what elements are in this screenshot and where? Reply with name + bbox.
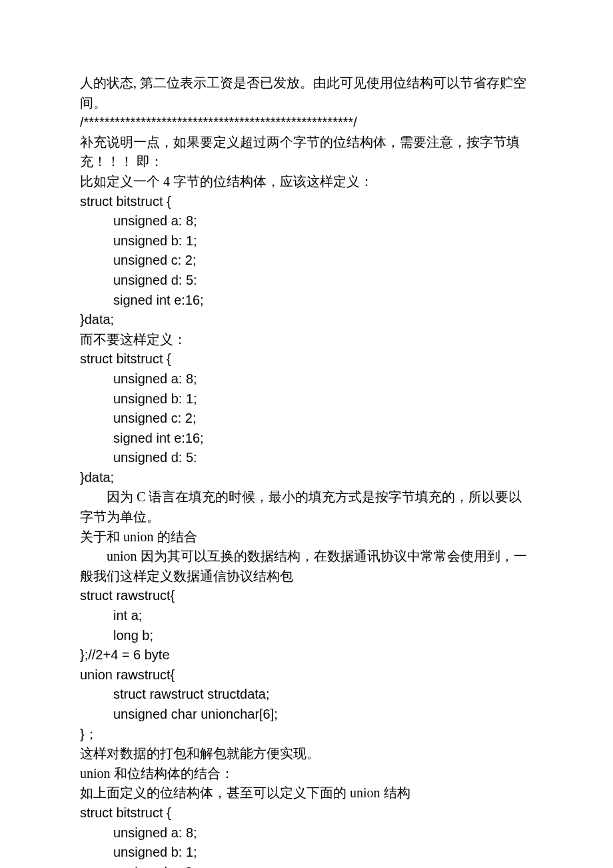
- code-line: unsigned char unionchar[6];: [80, 705, 533, 725]
- code-line: union rawstruct{: [80, 665, 533, 685]
- body-text: union 因为其可以互换的数据结构，在数据通讯协议中常常会使用到，一般我们这样…: [80, 547, 533, 586]
- code-line: struct rawstruct structdata;: [80, 685, 533, 705]
- code-line: unsigned d: 5:: [80, 271, 533, 291]
- code-line: unsigned c: 2;: [80, 863, 533, 868]
- body-text: 人的状态, 第二位表示工资是否已发放。由此可见使用位结构可以节省存贮空间。: [80, 73, 533, 113]
- code-line: };//2+4 = 6 byte: [80, 645, 533, 665]
- code-line: struct bitstruct {: [80, 192, 533, 212]
- body-text: 而不要这样定义：: [80, 330, 533, 350]
- body-text: 如上面定义的位结构体，甚至可以定义下面的 union 结构: [80, 783, 533, 803]
- body-text: 补充说明一点，如果要定义超过两个字节的位结构体，需要注意，按字节填充！！！ 即：: [80, 133, 533, 172]
- code-line: unsigned d: 5:: [80, 448, 533, 468]
- code-line: long b;: [80, 626, 533, 646]
- body-text: union 和位结构体的结合：: [80, 764, 533, 784]
- code-line: unsigned a: 8;: [80, 369, 533, 389]
- code-line: unsigned c: 2;: [80, 409, 533, 429]
- code-line: struct rawstruct{: [80, 586, 533, 606]
- body-text: 因为 C 语言在填充的时候，最小的填充方式是按字节填充的，所以要以字节为单位。: [80, 487, 533, 527]
- code-line: unsigned a: 8;: [80, 211, 533, 231]
- code-line: unsigned c: 2;: [80, 251, 533, 271]
- body-text: 这样对数据的打包和解包就能方便实现。: [80, 744, 533, 764]
- code-line: struct bitstruct {: [80, 349, 533, 369]
- code-line: unsigned b: 1;: [80, 231, 533, 251]
- comment-divider: /***************************************…: [80, 113, 533, 133]
- code-line: unsigned a: 8;: [80, 823, 533, 843]
- code-line: }；: [80, 725, 533, 745]
- code-line: }data;: [80, 310, 533, 330]
- code-line: unsigned b: 1;: [80, 389, 533, 409]
- code-line: signed int e:16;: [80, 429, 533, 449]
- body-text: 比如定义一个 4 字节的位结构体，应该这样定义：: [80, 172, 533, 192]
- code-line: int a;: [80, 606, 533, 626]
- code-line: struct bitstruct {: [80, 803, 533, 823]
- code-line: unsigned b: 1;: [80, 843, 533, 863]
- code-line: signed int e:16;: [80, 291, 533, 311]
- body-text: 关于和 union 的结合: [80, 527, 533, 547]
- code-line: }data;: [80, 468, 533, 488]
